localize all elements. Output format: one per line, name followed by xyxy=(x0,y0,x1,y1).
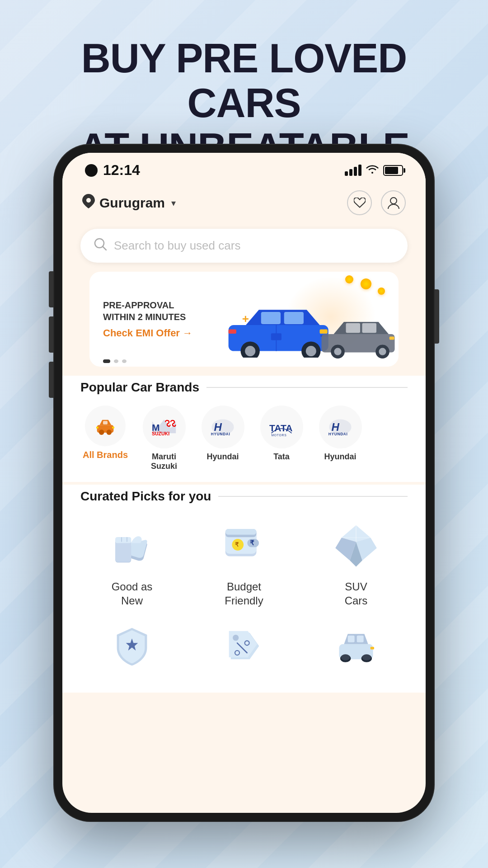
brand-hyundai-1-icon: H HYUNDAI xyxy=(202,406,244,448)
picks-header: Curated Picks for you xyxy=(80,489,408,504)
svg-point-9 xyxy=(306,346,316,356)
svg-point-62 xyxy=(233,635,239,641)
profile-button[interactable] xyxy=(381,190,406,215)
dot-2 xyxy=(122,359,127,363)
svg-rect-14 xyxy=(271,333,282,340)
battery-icon xyxy=(383,165,403,176)
emi-banner[interactable]: PRE-APPROVAL WITHIN 2 MINUTES Check EMI … xyxy=(89,272,399,367)
brand-tata-label: Tata xyxy=(273,452,290,462)
chevron-down-icon: ▾ xyxy=(171,198,176,208)
picks-row-1: Good asNew xyxy=(80,514,408,608)
brand-hyundai-2[interactable]: H HYUNDAI Hyundai xyxy=(315,406,365,471)
brand-maruti-label: Maruti Suzuki xyxy=(151,452,177,471)
good-as-new-icon xyxy=(103,514,161,573)
header-actions xyxy=(347,190,406,215)
app-header: Gurugram ▾ xyxy=(62,183,426,224)
picks-divider xyxy=(218,496,408,497)
brand-tata-icon: TATA MOTORS xyxy=(260,406,303,448)
search-icon xyxy=(94,238,107,254)
emi-cta-button[interactable]: Check EMI Offer → xyxy=(103,327,237,339)
search-bar[interactable]: Search to buy used cars xyxy=(80,229,408,263)
brand-tata[interactable]: TATA MOTORS Tata xyxy=(257,406,306,471)
svg-rect-27 xyxy=(96,427,99,429)
pick-certified[interactable] xyxy=(80,617,183,682)
brand-hyundai-1[interactable]: H HYUNDAI Hyundai xyxy=(198,406,248,471)
dot-1 xyxy=(114,359,118,363)
brand-maruti-icon: M SUZUKI xyxy=(143,406,186,448)
banner-cars-illustration: + xyxy=(229,272,399,367)
svg-text:HYUNDAI: HYUNDAI xyxy=(211,432,230,436)
svg-text:H: H xyxy=(332,420,340,433)
hatchback-icon xyxy=(327,617,385,675)
svg-rect-22 xyxy=(389,336,394,340)
svg-rect-41 xyxy=(115,537,131,543)
brand-maruti[interactable]: M SUZUKI Maruti Suzuki xyxy=(139,406,189,471)
brands-header: Popular Car Brands xyxy=(80,380,408,395)
good-as-new-label: Good asNew xyxy=(112,580,153,608)
phone-frame: 12:14 xyxy=(54,145,434,821)
svg-line-2 xyxy=(103,247,107,250)
svg-point-24 xyxy=(99,429,104,435)
brand-all[interactable]: All Brands xyxy=(80,406,130,471)
banner-section: PRE-APPROVAL WITHIN 2 MINUTES Check EMI … xyxy=(76,272,412,367)
camera-dot xyxy=(85,164,98,177)
phone-screen: 12:14 xyxy=(62,153,426,813)
svg-text:HYUNDAI: HYUNDAI xyxy=(328,432,348,436)
location-pin-icon xyxy=(82,194,95,212)
picks-row-2 xyxy=(80,617,408,682)
svg-rect-4 xyxy=(261,312,281,324)
pick-budget-friendly[interactable]: ₹ ₹ BudgetFriendly xyxy=(192,514,296,608)
brand-hyundai-1-label: Hyundai xyxy=(206,452,239,462)
search-placeholder: Search to buy used cars xyxy=(114,239,240,253)
curated-picks-section: Curated Picks for you xyxy=(62,485,426,693)
svg-rect-16 xyxy=(346,323,361,333)
budget-friendly-label: BudgetFriendly xyxy=(225,580,263,608)
pick-hatchback[interactable] xyxy=(305,617,408,682)
svg-point-25 xyxy=(107,429,112,435)
picks-title: Curated Picks for you xyxy=(80,489,211,504)
phone-mockup: 12:14 xyxy=(54,145,434,821)
brands-title: Popular Car Brands xyxy=(80,380,199,395)
suv-cars-label: SUVCars xyxy=(345,580,368,608)
svg-text:₹: ₹ xyxy=(235,541,239,548)
offers-icon xyxy=(215,617,273,675)
wifi-icon xyxy=(366,163,379,177)
svg-text:₹: ₹ xyxy=(250,539,254,547)
wishlist-button[interactable] xyxy=(347,190,372,215)
suv-cars-icon xyxy=(327,514,385,573)
pick-suv-cars[interactable]: SUVCars xyxy=(305,514,408,608)
status-time: 12:14 xyxy=(103,162,140,179)
brand-hyundai-2-icon: H HYUNDAI xyxy=(319,406,362,448)
popular-brands-section: Popular Car Brands xyxy=(62,376,426,482)
gray-sedan-car xyxy=(319,314,399,359)
budget-friendly-icon: ₹ ₹ xyxy=(215,514,273,573)
brand-hyundai-2-label: Hyundai xyxy=(324,452,356,462)
pick-good-as-new[interactable]: Good asNew xyxy=(80,514,183,608)
signal-bars-icon xyxy=(345,165,361,176)
svg-rect-26 xyxy=(112,427,114,429)
svg-rect-68 xyxy=(357,636,364,642)
brands-divider xyxy=(206,387,408,388)
status-bar: 12:14 xyxy=(62,153,426,183)
coin-2 xyxy=(345,275,353,283)
svg-rect-67 xyxy=(348,636,355,642)
svg-rect-73 xyxy=(371,647,374,650)
status-left: 12:14 xyxy=(85,162,140,179)
location-selector[interactable]: Gurugram ▾ xyxy=(82,194,176,212)
svg-text:MOTORS: MOTORS xyxy=(272,433,287,436)
certified-icon xyxy=(103,617,161,675)
banner-text: PRE-APPROVAL WITHIN 2 MINUTES Check EMI … xyxy=(89,288,250,350)
svg-rect-28 xyxy=(103,421,108,425)
search-container: Search to buy used cars xyxy=(62,224,426,272)
svg-point-72 xyxy=(362,655,371,660)
svg-rect-17 xyxy=(362,323,377,333)
banner-dots xyxy=(89,359,140,367)
svg-rect-5 xyxy=(284,312,304,324)
pick-offers[interactable] xyxy=(192,617,296,682)
svg-point-19 xyxy=(334,348,341,355)
svg-point-0 xyxy=(390,198,397,204)
svg-point-21 xyxy=(379,348,386,355)
brand-all-icon xyxy=(85,406,126,446)
svg-point-70 xyxy=(341,655,350,660)
brand-all-label: All Brands xyxy=(83,450,128,460)
